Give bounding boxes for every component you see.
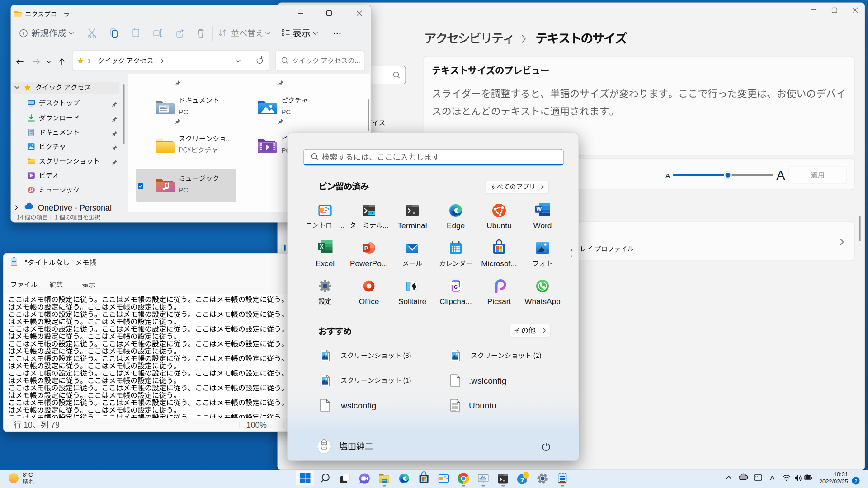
svg-text:Microsof...: Microsof... <box>481 259 517 268</box>
svg-text:Word: Word <box>533 221 552 230</box>
svg-text:Solitaire: Solitaire <box>398 297 426 306</box>
svg-text:PC: PC <box>179 108 189 116</box>
svg-text:A: A <box>776 168 785 183</box>
svg-text:Office: Office <box>359 297 379 306</box>
svg-text:10:31: 10:31 <box>834 471 848 478</box>
svg-text:W: W <box>536 206 542 212</box>
svg-text:Ubuntu: Ubuntu <box>469 401 496 410</box>
svg-text:A: A <box>770 474 774 482</box>
svg-text:8°C: 8°C <box>23 471 33 478</box>
svg-text:Edge: Edge <box>447 221 465 230</box>
svg-text:2: 2 <box>854 479 857 484</box>
svg-text:PC: PC <box>281 108 291 116</box>
svg-text:.wslconfig: .wslconfig <box>469 376 506 385</box>
svg-text:Clipcha...: Clipcha... <box>439 297 472 306</box>
svg-text:c: c <box>454 283 458 290</box>
svg-text:PowerPo...: PowerPo... <box>350 259 388 268</box>
svg-text:2022/02/25: 2022/02/25 <box>819 478 848 485</box>
svg-text:.wslconfig: .wslconfig <box>339 401 376 410</box>
svg-text:Ubuntu: Ubuntu <box>486 221 511 230</box>
svg-text:PC: PC <box>179 186 189 194</box>
svg-text:Excel: Excel <box>316 259 335 268</box>
svg-text:X: X <box>320 244 324 250</box>
svg-text:PRE: PRE <box>368 211 375 215</box>
svg-text:WhatsApp: WhatsApp <box>524 297 560 306</box>
svg-text:A: A <box>665 172 670 179</box>
svg-text:P: P <box>364 245 368 252</box>
svg-text:Terminal: Terminal <box>398 221 427 230</box>
svg-text:Picsart: Picsart <box>487 297 511 306</box>
svg-text:OneDrive - Personal: OneDrive - Personal <box>38 203 112 212</box>
svg-text:100%: 100% <box>246 421 267 430</box>
